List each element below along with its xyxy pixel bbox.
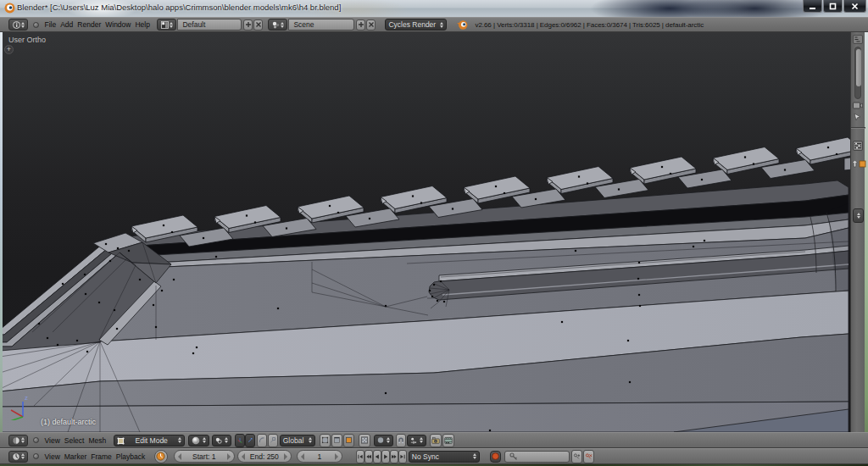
current-frame-field[interactable]: 1	[297, 450, 342, 463]
close-icon	[851, 3, 859, 10]
menu-playback[interactable]: Playback	[114, 452, 147, 461]
maximize-button[interactable]	[823, 0, 843, 13]
next-key-icon	[392, 453, 397, 460]
keying-set-field[interactable]	[504, 451, 570, 463]
preview-range-toggle[interactable]	[154, 450, 168, 463]
editor-type-selector-info[interactable]	[8, 19, 28, 31]
menu-collapse-toggle[interactable]	[33, 22, 39, 28]
stepper-arrows	[21, 437, 25, 444]
outliner-icon	[853, 35, 863, 44]
next-keyframe-button[interactable]	[390, 450, 398, 463]
manipulator-translate-button[interactable]	[245, 434, 255, 447]
x-icon	[368, 21, 375, 28]
face-select-button[interactable]	[343, 434, 354, 447]
key-plus-icon	[573, 452, 581, 461]
jump-to-start-button[interactable]	[356, 450, 364, 463]
timeline-header: View Marker Frame Playback Start: 1 End:…	[0, 448, 868, 464]
window-controls	[802, 0, 866, 13]
sync-mode-selector[interactable]: No Sync	[409, 451, 480, 463]
plus-icon	[358, 21, 364, 28]
editor-type-selector-timeline[interactable]	[8, 451, 28, 463]
menu-select[interactable]: Select	[63, 436, 86, 445]
axis-gizmo: z	[6, 386, 40, 420]
snap-element-selector[interactable]	[407, 435, 426, 447]
play-icon	[383, 453, 388, 460]
snap-toggle[interactable]	[396, 434, 406, 447]
edge-select-icon	[333, 435, 341, 445]
menu-collapse-toggle[interactable]	[33, 437, 39, 443]
menu-collapse-toggle[interactable]	[33, 453, 39, 459]
viewport-shading-selector[interactable]	[188, 435, 209, 447]
menu-view[interactable]: View	[43, 436, 62, 445]
pivot-point-selector[interactable]	[212, 435, 231, 447]
stepper-arrows	[178, 437, 181, 444]
add-scene-button[interactable]	[356, 19, 365, 31]
blender-logo	[456, 19, 469, 31]
play-button[interactable]	[381, 450, 390, 463]
proportional-edit-selector[interactable]	[374, 435, 393, 447]
manipulator-toggle[interactable]	[235, 434, 245, 447]
toolshelf-expand-button[interactable]: +	[4, 45, 14, 54]
occlude-geometry-toggle[interactable]	[359, 434, 370, 447]
timeline-editor-icon	[12, 452, 20, 461]
menu-mesh[interactable]: Mesh	[86, 436, 108, 445]
menu-file[interactable]: File	[43, 20, 58, 29]
menu-render[interactable]: Render	[75, 20, 103, 29]
menu-help[interactable]: Help	[133, 20, 151, 29]
autokey-record-button[interactable]	[490, 451, 501, 463]
screen-name-field[interactable]: Default	[177, 19, 242, 31]
close-button[interactable]	[843, 0, 866, 13]
delete-screen-button[interactable]	[253, 19, 263, 31]
stepper-arrows	[21, 453, 25, 460]
clapperboard-icon	[444, 436, 453, 445]
opengl-render-button[interactable]	[430, 434, 442, 447]
insert-keyframe-button[interactable]	[571, 450, 582, 463]
minimize-button[interactable]	[803, 0, 822, 13]
scene-icon-button[interactable]	[268, 19, 287, 31]
render-engine-selector[interactable]: Cycles Render	[385, 19, 447, 31]
title-bar[interactable]: Blender* [C:\Users\Luz Mia\Desktop\halo …	[0, 0, 868, 17]
screen-layout-icon-button[interactable]	[157, 19, 176, 31]
prev-key-icon	[366, 453, 371, 460]
menu-window[interactable]: Window	[103, 20, 132, 29]
key-x-icon	[585, 452, 593, 461]
menu-add[interactable]: Add	[58, 20, 75, 29]
prev-keyframe-button[interactable]	[364, 450, 373, 463]
edge-select-button[interactable]	[331, 434, 342, 447]
stepper-arrows	[203, 437, 206, 444]
face-select-icon	[345, 435, 353, 445]
viewport-3d[interactable]: User Ortho + z (1) default-arctic	[3, 32, 865, 432]
object-context-icon	[859, 160, 866, 168]
properties-region-collapsed[interactable]	[850, 32, 865, 463]
frame-end-field[interactable]: End: 250	[237, 450, 292, 463]
manipulator-rotate-button[interactable]	[257, 434, 267, 447]
play-reverse-button[interactable]	[373, 450, 381, 463]
frame-start-field[interactable]: Start: 1	[174, 450, 235, 463]
delete-scene-button[interactable]	[366, 19, 376, 31]
window-border-left	[0, 17, 3, 464]
camera-icon	[431, 436, 440, 445]
stepper-arrows	[387, 437, 390, 444]
menu-marker[interactable]: Marker	[63, 452, 88, 461]
occlude-icon	[360, 435, 369, 445]
stepper-arrows	[420, 437, 423, 444]
scene-name-field[interactable]: Scene	[288, 19, 354, 31]
opengl-render-anim-button[interactable]	[442, 434, 454, 447]
transform-orientation-selector[interactable]: Global	[280, 435, 315, 447]
scrollbar[interactable]	[854, 47, 861, 99]
camera-mini-icon	[853, 102, 863, 109]
menu-view[interactable]: View	[43, 452, 62, 461]
add-screen-button[interactable]	[243, 19, 253, 31]
manipulator-scale-button[interactable]	[268, 434, 278, 447]
editor-type-selector-3dview[interactable]	[8, 435, 28, 447]
stepper-arrows	[170, 21, 173, 28]
menu-frame[interactable]: Frame	[89, 452, 114, 461]
delete-keyframe-button[interactable]	[583, 450, 594, 463]
region-stepper-button[interactable]	[853, 208, 864, 223]
axis-z-label: z	[25, 394, 28, 402]
stepper-arrows	[21, 21, 25, 28]
mode-selector[interactable]: Edit Mode	[114, 435, 185, 447]
shading-solid-icon	[192, 436, 200, 445]
vertex-select-button[interactable]	[320, 434, 331, 447]
jump-to-end-button[interactable]	[398, 450, 407, 463]
